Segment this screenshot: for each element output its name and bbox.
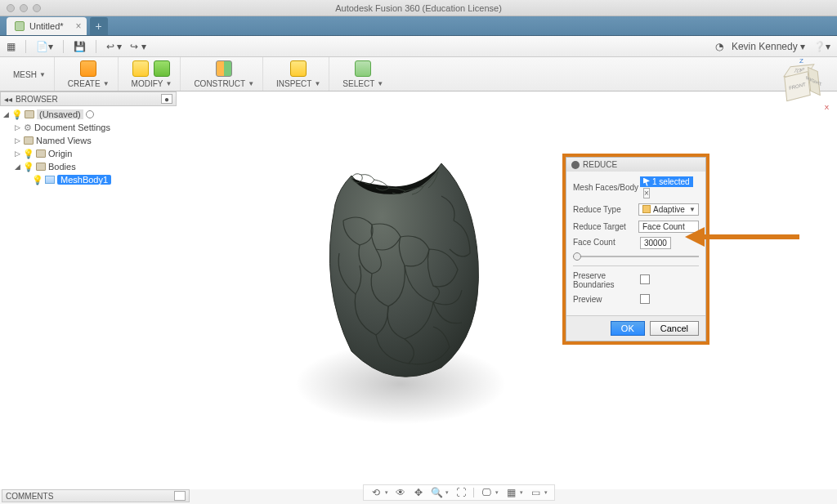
- tree-item-origin[interactable]: Origin: [48, 149, 72, 158]
- mesh-model[interactable]: [311, 147, 490, 392]
- label-reducetarget: Reduce Target: [573, 222, 638, 231]
- document-icon: [15, 21, 25, 31]
- ribbon-group-create[interactable]: CREATE▼: [60, 57, 119, 91]
- comments-panel-header[interactable]: COMMENTS: [2, 489, 190, 502]
- mac-titlebar: Autodesk Fusion 360 (Education License): [0, 0, 837, 16]
- lightbulb-icon[interactable]: 💡: [24, 162, 34, 172]
- browser-panel-header[interactable]: ◂◂ BROWSER ●: [0, 91, 177, 106]
- tab-label: Untitled*: [29, 21, 64, 31]
- zoom-icon[interactable]: 🔍: [431, 487, 442, 498]
- facecount-slider[interactable]: [573, 252, 699, 261]
- comments-label: COMMENTS: [6, 492, 53, 501]
- ribbon-group-select[interactable]: SELECT▼: [334, 57, 392, 91]
- lookat-icon[interactable]: 👁: [395, 487, 406, 498]
- gear-icon: ⚙: [24, 123, 32, 133]
- file-menu-icon[interactable]: 📄▾: [36, 41, 53, 52]
- folder-icon: [36, 149, 46, 158]
- clear-selection-button[interactable]: ×: [643, 188, 650, 198]
- annotation-arrow: [685, 227, 799, 253]
- grid-settings-icon[interactable]: ▦: [505, 487, 517, 498]
- construct-icon[interactable]: [216, 60, 232, 77]
- selection-chip[interactable]: 1 selected: [640, 176, 693, 187]
- browser-collapse-icon[interactable]: ●: [161, 94, 172, 104]
- orbit-icon[interactable]: ⟲: [370, 487, 382, 498]
- label-preview: Preview: [573, 295, 640, 304]
- quick-access-toolbar: ▦ 📄▾ 💾 ↩ ▾ ↪ ▾ ◔ Kevin Kennedy ▾ ❔▾: [0, 36, 837, 57]
- gear-icon: [571, 161, 580, 169]
- lightbulb-icon[interactable]: 💡: [24, 149, 34, 158]
- viewport-icon[interactable]: ▭: [530, 487, 541, 498]
- close-tab-icon[interactable]: ×: [76, 20, 82, 32]
- meshbody-icon: [45, 176, 55, 184]
- svg-marker-1: [685, 227, 705, 247]
- label-preserve: Preserve Boundaries: [573, 271, 640, 289]
- document-tab-active[interactable]: Untitled* ×: [7, 17, 87, 35]
- window-title: Autodesk Fusion 360 (Education License): [0, 3, 837, 13]
- workspace-switcher[interactable]: MESH▼: [5, 57, 55, 91]
- folder-icon: [25, 110, 34, 118]
- pan-icon[interactable]: ✥: [413, 487, 424, 498]
- tree-item-views[interactable]: Named Views: [36, 136, 92, 145]
- user-menu[interactable]: Kevin Kennedy ▾: [732, 41, 805, 52]
- tree-toggle[interactable]: ◢: [13, 163, 21, 171]
- slider-thumb[interactable]: [573, 252, 581, 261]
- display-settings-icon[interactable]: 🖵: [481, 487, 492, 498]
- axis-x-label: X: [825, 104, 829, 111]
- save-icon[interactable]: 💾: [74, 41, 86, 52]
- folder-icon: [24, 136, 34, 145]
- tree-item-settings[interactable]: Document Settings: [34, 123, 110, 132]
- cancel-button[interactable]: Cancel: [650, 321, 699, 336]
- navigation-bar: ⟲▾ 👁 ✥ 🔍▾ ⛶ 🖵▾ ▦▾ ▭▾: [363, 484, 555, 501]
- tree-item-meshbody[interactable]: MeshBody1: [57, 175, 111, 185]
- ribbon-group-construct[interactable]: CONSTRUCT▼: [186, 57, 263, 91]
- dialog-title: REDUCE: [583, 160, 617, 169]
- lightbulb-icon[interactable]: 💡: [12, 109, 22, 119]
- modify-icon-2[interactable]: [154, 60, 170, 77]
- select-icon[interactable]: [355, 60, 371, 77]
- preview-checkbox[interactable]: [640, 294, 650, 304]
- reducetype-dropdown[interactable]: Adaptive▼: [638, 203, 699, 216]
- create-icon[interactable]: [80, 60, 96, 77]
- preserve-checkbox[interactable]: [640, 274, 650, 284]
- label-meshfaces: Mesh Faces/Body: [573, 183, 640, 192]
- label-facecount: Face Count: [573, 238, 640, 247]
- tree-toggle[interactable]: ◢: [2, 110, 10, 118]
- lightbulb-icon[interactable]: 💡: [33, 175, 43, 185]
- facecount-input[interactable]: 30000: [640, 237, 671, 249]
- modify-icon-1[interactable]: [132, 60, 149, 77]
- browser-title: BROWSER: [16, 95, 58, 104]
- cursor-icon: [643, 178, 650, 186]
- new-tab-button[interactable]: +: [90, 17, 108, 35]
- ok-button[interactable]: OK: [611, 321, 645, 336]
- viewcube[interactable]: Z TOP FRONT RIGHT X: [780, 60, 826, 106]
- adaptive-swatch-icon: [642, 205, 651, 213]
- activate-radio[interactable]: [86, 110, 94, 118]
- axis-z-label: Z: [799, 57, 803, 65]
- browser-tree: ◢ 💡 (Unsaved) ▷ ⚙ Document Settings ▷ Na…: [2, 108, 111, 186]
- tree-toggle[interactable]: ▷: [13, 136, 21, 145]
- inspect-icon[interactable]: [290, 60, 307, 77]
- data-panel-icon[interactable]: ▦: [7, 41, 16, 52]
- ribbon-toolbar: MESH▼ CREATE▼ MODIFY▼ CONSTRUCT▼ INSPECT…: [0, 57, 837, 91]
- job-status-icon[interactable]: ◔: [715, 41, 723, 52]
- ribbon-group-modify[interactable]: MODIFY▼: [123, 57, 181, 91]
- redo-icon[interactable]: ↪ ▾: [130, 41, 145, 52]
- label-reducetype: Reduce Type: [573, 205, 638, 214]
- tree-toggle[interactable]: ▷: [13, 149, 21, 158]
- ribbon-group-inspect[interactable]: INSPECT▼: [268, 57, 329, 91]
- tree-item-bodies[interactable]: Bodies: [48, 162, 76, 172]
- comments-expand-icon[interactable]: [174, 491, 186, 501]
- document-tab-bar: Untitled* × +: [0, 16, 837, 36]
- fit-icon[interactable]: ⛶: [455, 487, 467, 498]
- help-icon[interactable]: ❔▾: [813, 41, 830, 52]
- folder-icon: [36, 163, 46, 171]
- tree-toggle[interactable]: ▷: [13, 123, 21, 132]
- dialog-titlebar[interactable]: REDUCE: [566, 158, 705, 172]
- tree-root-label[interactable]: (Unsaved): [37, 109, 83, 119]
- undo-icon[interactable]: ↩ ▾: [106, 41, 122, 52]
